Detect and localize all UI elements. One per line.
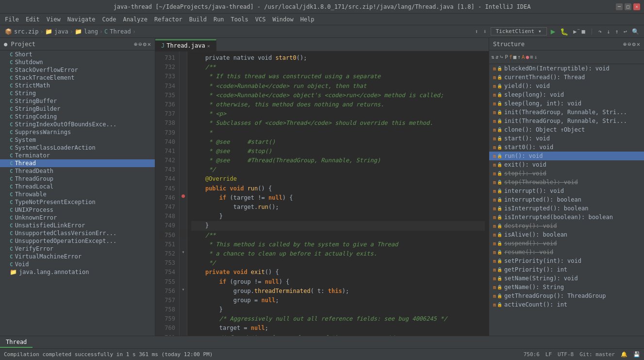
tree-item-typenotpresentexception[interactable]: CTypeNotPresentException <box>0 198 155 206</box>
breadcrumb-thread[interactable]: Thread <box>110 28 131 35</box>
tree-item-stacktraceelement[interactable]: CStackTraceElement <box>0 74 155 82</box>
close-button[interactable]: ✕ <box>633 3 640 10</box>
struct-method-item[interactable]: m🔒isInterrupted(boolean): boolean <box>489 213 644 222</box>
search-icon[interactable]: 🔍 <box>632 28 639 35</box>
run-coverage-button[interactable]: ▶̈ <box>573 28 577 35</box>
struct-method-item[interactable]: m🔒stop(Throwable): void <box>489 178 644 187</box>
sort-alpha-icon[interactable]: ⇅ <box>491 54 495 60</box>
struct-method-item[interactable]: m🔒currentThread(): Thread <box>489 73 644 82</box>
tree-item-stringindexoutofboundsexce---[interactable]: CStringIndexOutOfBoundsExce... <box>0 120 155 128</box>
struct-method-item[interactable]: m🔒yield(): void <box>489 82 644 90</box>
tree-item-short[interactable]: CShort <box>0 51 155 58</box>
tree-item-java-lang-annotation[interactable]: 📁java.lang.annotation <box>0 268 155 276</box>
tree-item-void[interactable]: CVoid <box>0 260 155 268</box>
struct-method-item[interactable]: m🔒getPriority(): int <box>489 265 644 274</box>
tree-item-thread[interactable]: CThread <box>0 159 155 167</box>
undo-icon[interactable]: ↩ <box>624 28 627 35</box>
structure-close-icon[interactable]: ✕ <box>637 41 640 48</box>
bottom-tab-thread[interactable]: Thread <box>0 337 33 348</box>
collapse-all-icon[interactable]: ⊖ <box>627 41 631 48</box>
step-in-icon[interactable]: ↓ <box>607 28 610 35</box>
menu-item-navigate[interactable]: Navigate <box>65 16 99 23</box>
struct-method-item[interactable]: m🔒start0(): void <box>489 143 644 152</box>
tree-item-system[interactable]: CSystem <box>0 136 155 144</box>
vcs-status[interactable]: Git: master <box>579 351 615 358</box>
expand-all-icon[interactable]: ⊕ <box>623 41 627 48</box>
menu-item-view[interactable]: View <box>44 16 64 23</box>
tree-item-virtualmachineerror[interactable]: CVirtualMachineError <box>0 253 155 260</box>
struct-method-item[interactable]: m🔒activeCount(): int <box>489 300 644 309</box>
notification-icon[interactable]: 🔔 <box>621 351 627 358</box>
struct-method-item[interactable]: m🔒isAlive(): boolean <box>489 230 644 239</box>
run-config-selector[interactable]: TicketClient ▾ <box>491 27 547 35</box>
show-params-icon[interactable]: ⇓ <box>534 54 538 60</box>
struct-method-item[interactable]: m🔒init(ThreadGroup, Runnable, Stri... <box>489 117 644 125</box>
tree-item-unsupportedoperationexcept---[interactable]: CUnsupportedOperationExcept... <box>0 237 155 245</box>
tree-item-stringbuilder[interactable]: CStringBuilder <box>0 105 155 113</box>
inherited-icon[interactable]: ↑ <box>517 54 521 60</box>
struct-method-item[interactable]: m🔒destroy(): void <box>489 222 644 230</box>
struct-method-item[interactable]: m🔒init(ThreadGroup, Runnable, Stri... <box>489 108 644 117</box>
minimize-button[interactable]: ─ <box>616 3 623 10</box>
breadcrumb-srczip[interactable]: src.zip <box>14 28 39 35</box>
menu-item-run[interactable]: Run <box>211 16 227 23</box>
code-editor[interactable]: private native void start0(); /** * If t… <box>187 51 489 336</box>
menu-item-file[interactable]: File <box>2 16 22 23</box>
menu-item-refactor[interactable]: Refactor <box>151 16 185 23</box>
tree-item-verifyerror[interactable]: CVerifyError <box>0 245 155 253</box>
sort-vis-icon[interactable]: ≡ <box>530 54 533 60</box>
scroll-up-icon[interactable]: ⬆ <box>475 28 478 35</box>
expand-icon2[interactable]: P <box>505 54 508 60</box>
struct-method-item[interactable]: m🔒suspend(): void <box>489 239 644 248</box>
tree-item-threaddeath[interactable]: CThreadDeath <box>0 167 155 175</box>
tree-item-unsatisfiedlinkerror[interactable]: CUnsatisfiedLinkError <box>0 222 155 229</box>
menu-item-tools[interactable]: Tools <box>228 16 251 23</box>
tree-item-threadlocal[interactable]: CThreadLocal <box>0 183 155 190</box>
struct-method-item[interactable]: m🔒resume(): void <box>489 248 644 257</box>
stop-button[interactable]: ■ <box>582 28 585 35</box>
line-feed[interactable]: LF <box>545 351 552 358</box>
tree-item-throwable[interactable]: CThrowable <box>0 190 155 198</box>
struct-method-item[interactable]: m🔒getName(): String <box>489 283 644 291</box>
struct-method-item[interactable]: m🔒setName(String): void <box>489 274 644 283</box>
tree-item-strictmath[interactable]: CStrictMath <box>0 82 155 89</box>
struct-method-item[interactable]: m🔒exit(): void <box>489 160 644 169</box>
menu-item-help[interactable]: Help <box>297 16 317 23</box>
menu-item-window[interactable]: Window <box>269 16 296 23</box>
menu-item-edit[interactable]: Edit <box>23 16 43 23</box>
tree-item-string[interactable]: CString <box>0 89 155 97</box>
struct-method-item[interactable]: m🔒start(): void <box>489 134 644 143</box>
struct-method-item[interactable]: m🔒stop(): void <box>489 169 644 178</box>
cursor-position[interactable]: 750:6 <box>524 351 540 358</box>
tree-item-unsupportedclassversionerr---[interactable]: CUnsupportedClassVersionErr... <box>0 229 155 237</box>
tree-item-unixprocess[interactable]: CUNIXProcess <box>0 206 155 214</box>
maximize-button[interactable]: □ <box>625 3 631 10</box>
menu-item-analyze[interactable]: Analyze <box>120 16 150 23</box>
tree-item-unknownerror[interactable]: CUnknownError <box>0 214 155 222</box>
struct-method-item[interactable]: m🔒setPriority(int): void <box>489 257 644 265</box>
menu-item-code[interactable]: Code <box>99 16 119 23</box>
tab-close-icon[interactable]: ✕ <box>207 43 210 49</box>
close-panel-icon[interactable]: ✕ <box>148 41 151 48</box>
tree-item-shutdown[interactable]: CShutdown <box>0 58 155 66</box>
anon-icon[interactable]: A <box>522 54 525 60</box>
tree-item-suppresswarnings[interactable]: CSuppressWarnings <box>0 128 155 136</box>
struct-method-item[interactable]: m🔒isInterrupted(): boolean <box>489 204 644 213</box>
struct-method-item[interactable]: m🔒sleep(long, int): void <box>489 99 644 108</box>
editor-tab-thread[interactable]: J Thread.java ✕ <box>155 39 216 51</box>
scroll-to-source-icon[interactable]: ⤷ <box>499 54 504 60</box>
filter-icon[interactable]: f <box>509 54 512 60</box>
settings-icon[interactable]: ⚙ <box>143 41 147 48</box>
struct-method-item[interactable]: m🔒getThreadGroup(): ThreadGroup <box>489 291 644 300</box>
struct-method-item[interactable]: m🔒interrupted(): boolean <box>489 195 644 204</box>
breadcrumb-lang[interactable]: lang <box>84 28 98 35</box>
struct-method-item[interactable]: m🔒clone(): Object ↑Object <box>489 125 644 134</box>
step-out-icon[interactable]: ↑ <box>615 28 619 35</box>
struct-method-item[interactable]: m🔒run(): void <box>489 152 644 160</box>
menu-item-vcs[interactable]: VCS <box>252 16 269 23</box>
structure-settings-icon[interactable]: ⚙ <box>632 41 636 48</box>
struct-method-item[interactable]: m🔒blockedOn(Interruptible): void <box>489 64 644 73</box>
fields-icon[interactable]: ■ <box>513 54 517 60</box>
tree-item-systemclassloaderaction[interactable]: CSystemClassLoaderAction <box>0 144 155 152</box>
collapse-icon[interactable]: ⊖ <box>138 41 142 48</box>
